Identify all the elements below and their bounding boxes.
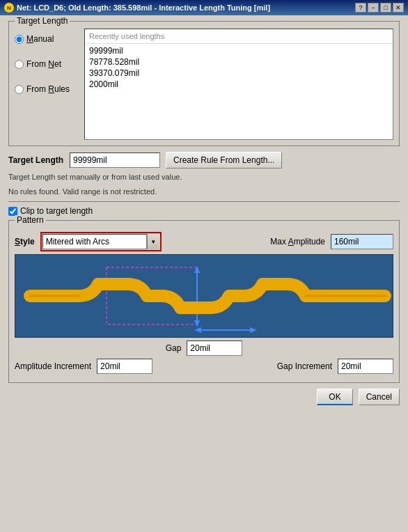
- style-row: Style Mitered with Arcs Mitered Curved ▼: [15, 232, 162, 251]
- info-text-1: Target Length set manually or from last …: [8, 171, 400, 183]
- from-rules-label: From Rules: [26, 84, 70, 94]
- target-length-row: Target Length Create Rule From Length...: [8, 152, 400, 169]
- title-bar: N Net: LCD_D6; Old Length: 385.598mil - …: [0, 0, 408, 15]
- gap-increment-input[interactable]: [338, 359, 393, 374]
- list-item[interactable]: 99999mil: [86, 45, 391, 56]
- max-amplitude-input[interactable]: [331, 234, 393, 249]
- minimize-button[interactable]: −: [368, 3, 379, 13]
- maximize-button[interactable]: □: [380, 3, 391, 13]
- cancel-button[interactable]: Cancel: [359, 389, 400, 405]
- amplitude-increment-label: Amplitude Increment: [15, 361, 91, 371]
- style-select-wrapper: Mitered with Arcs Mitered Curved ▼: [40, 232, 162, 251]
- pattern-svg: [16, 255, 392, 337]
- increment-row: Amplitude Increment Gap Increment: [15, 359, 393, 374]
- help-button[interactable]: ?: [355, 3, 366, 13]
- from-rules-radio-label[interactable]: From Rules: [15, 84, 77, 94]
- recently-used-list[interactable]: Recently used lengths 99999mil 78778.528…: [84, 29, 393, 140]
- style-amplitude-row: Style Mitered with Arcs Mitered Curved ▼…: [15, 232, 393, 251]
- from-rules-radio[interactable]: [15, 85, 24, 94]
- clip-checkbox[interactable]: [8, 207, 17, 216]
- max-amplitude-label: Max Amplitude: [270, 237, 325, 247]
- clip-label: Clip to target length: [20, 206, 93, 216]
- target-length-input[interactable]: [70, 152, 160, 168]
- list-item[interactable]: 78778.528mil: [86, 56, 391, 68]
- manual-label: Manual: [26, 34, 54, 44]
- create-rule-button[interactable]: Create Rule From Length...: [166, 152, 282, 169]
- from-net-label: From Net: [26, 59, 61, 69]
- gap-row: Gap: [15, 341, 393, 356]
- gap-increment-label: Gap Increment: [277, 361, 332, 371]
- from-net-radio-label[interactable]: From Net: [15, 59, 77, 69]
- amplitude-row: Max Amplitude: [270, 234, 393, 249]
- style-select[interactable]: Mitered with Arcs Mitered Curved: [42, 234, 147, 249]
- list-item[interactable]: 2000mil: [86, 79, 391, 90]
- clip-checkbox-row: Clip to target length: [8, 206, 400, 216]
- style-label: Style: [15, 237, 35, 247]
- divider-1: [8, 201, 400, 202]
- list-header: Recently used lengths: [86, 31, 391, 44]
- pattern-group: Pattern Style Mitered with Arcs Mitered …: [8, 220, 400, 383]
- target-length-content: Manual From Net From Rules Recently used…: [15, 26, 393, 140]
- target-length-group: Target Length Manual From Net From Rules: [8, 21, 400, 146]
- target-length-label: Target Length: [15, 16, 70, 26]
- manual-radio[interactable]: [15, 35, 24, 44]
- gap-label: Gap: [166, 343, 182, 353]
- manual-radio-label[interactable]: Manual: [15, 34, 77, 44]
- select-arrow-icon[interactable]: ▼: [147, 234, 159, 249]
- pattern-preview: [15, 254, 393, 338]
- gap-input[interactable]: [187, 341, 242, 356]
- target-length-field-label: Target Length: [8, 155, 64, 165]
- from-net-radio[interactable]: [15, 60, 24, 69]
- title-bar-controls: ? − □ ✕: [355, 3, 404, 13]
- list-item[interactable]: 39370.079mil: [86, 68, 391, 79]
- title-bar-text: N Net: LCD_D6; Old Length: 385.598mil - …: [4, 3, 270, 13]
- info-text-2: No rules found. Valid range is not restr…: [8, 186, 400, 198]
- dialog-body: Target Length Manual From Net From Rules: [0, 15, 408, 532]
- pattern-group-label: Pattern: [15, 215, 46, 225]
- ok-button[interactable]: OK: [317, 389, 352, 405]
- bottom-buttons: OK Cancel: [8, 389, 400, 405]
- net-icon: N: [4, 3, 14, 13]
- radio-col: Manual From Net From Rules: [15, 29, 77, 140]
- amplitude-increment-input[interactable]: [97, 359, 152, 374]
- close-button[interactable]: ✕: [393, 3, 404, 13]
